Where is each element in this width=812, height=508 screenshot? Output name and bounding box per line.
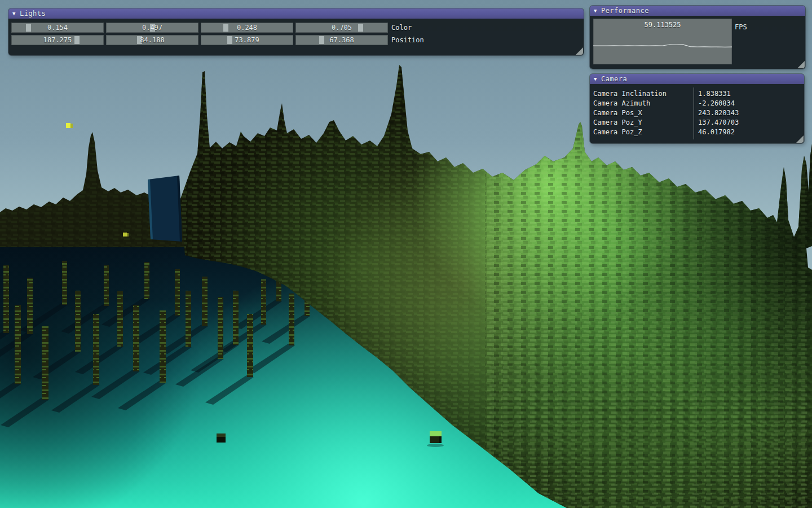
- fps-value: 59.113525: [593, 21, 732, 29]
- row-value: 243.820343: [690, 108, 739, 118]
- panel-camera-body: Camera Inclination 1.838331 Camera Azimu…: [590, 84, 804, 137]
- collapse-icon[interactable]: ▼: [12, 11, 16, 16]
- panel-title: Lights: [20, 10, 46, 17]
- slider-color-1[interactable]: 0.154: [11, 23, 104, 33]
- panel-camera: ▼ Camera Camera Inclination 1.838331 Cam…: [590, 74, 804, 143]
- camera-row-azimuth[interactable]: Camera Azimuth -2.260834: [590, 99, 804, 108]
- slider-value: 0.705: [295, 23, 388, 33]
- portal-slab: [148, 176, 182, 242]
- dark-cube-water: [217, 433, 226, 443]
- slider-position-3[interactable]: 73.879: [201, 35, 293, 45]
- row-label: Camera Poz_Y: [590, 118, 690, 128]
- row-value: 137.470703: [690, 118, 739, 128]
- camera-row-poz-z[interactable]: Camera Poz_Z 46.017982: [590, 128, 804, 137]
- panel-camera-header[interactable]: ▼ Camera: [590, 74, 804, 84]
- collapse-icon[interactable]: ▼: [594, 77, 597, 82]
- camera-row-pos-x[interactable]: Camera Pos_X 243.820343: [590, 108, 804, 118]
- light-cube-yellow-shore: [123, 233, 129, 237]
- camera-row-inclination[interactable]: Camera Inclination 1.838331: [590, 89, 804, 99]
- camera-row-poz-y[interactable]: Camera Poz_Y 137.470703: [590, 118, 804, 128]
- slider-value: 187.275: [11, 35, 104, 45]
- row-label: Camera Azimuth: [590, 99, 690, 108]
- fps-label: FPS: [735, 23, 747, 31]
- panel-lights-header[interactable]: ▼ Lights: [8, 8, 584, 19]
- slider-value: 0.248: [201, 23, 293, 33]
- position-row-label: Position: [391, 36, 424, 44]
- slider-position-1[interactable]: 187.275: [11, 35, 104, 45]
- color-row-label: Color: [391, 24, 412, 32]
- resize-grip[interactable]: [576, 47, 583, 55]
- fps-graph[interactable]: 59.113525: [593, 19, 732, 64]
- slider-value: 84.188: [106, 35, 198, 45]
- resize-grip[interactable]: [796, 135, 804, 143]
- light-color-row: 0.154 0.497 0.248 0.705 Color: [11, 23, 584, 33]
- row-value: 1.838331: [690, 89, 731, 99]
- slider-color-2[interactable]: 0.497: [106, 23, 198, 33]
- row-value: 46.017982: [690, 128, 735, 137]
- light-position-row: 187.275 84.188 73.879 67.368 Position: [11, 35, 584, 45]
- panel-lights-body: 0.154 0.497 0.248 0.705 Color 187.275: [8, 19, 584, 45]
- slider-value: 0.154: [11, 23, 104, 33]
- slider-value: 67.368: [295, 35, 388, 45]
- slider-value: 0.497: [106, 23, 198, 33]
- row-label: Camera Pos_X: [590, 108, 690, 118]
- panel-lights: ▼ Lights 0.154 0.497 0.248 0.705 Color: [8, 8, 584, 55]
- slider-value: 73.879: [201, 35, 293, 45]
- row-label: Camera Inclination: [590, 89, 690, 99]
- slider-color-3[interactable]: 0.248: [201, 23, 293, 33]
- panel-performance-header[interactable]: ▼ Performance: [590, 6, 805, 16]
- slider-position-4[interactable]: 67.368: [295, 35, 388, 45]
- slider-position-2[interactable]: 84.188: [106, 35, 198, 45]
- column-divider: [694, 87, 694, 139]
- panel-title: Camera: [601, 75, 627, 83]
- resize-grip[interactable]: [797, 61, 805, 68]
- panel-performance: ▼ Performance 59.113525 FPS: [590, 6, 805, 69]
- light-cube-yellow-sky: [66, 123, 73, 128]
- row-value: -2.260834: [690, 99, 735, 108]
- row-label: Camera Poz_Z: [590, 128, 690, 137]
- collapse-icon[interactable]: ▼: [594, 8, 597, 14]
- slider-color-4[interactable]: 0.705: [295, 23, 388, 33]
- panel-title: Performance: [601, 7, 649, 15]
